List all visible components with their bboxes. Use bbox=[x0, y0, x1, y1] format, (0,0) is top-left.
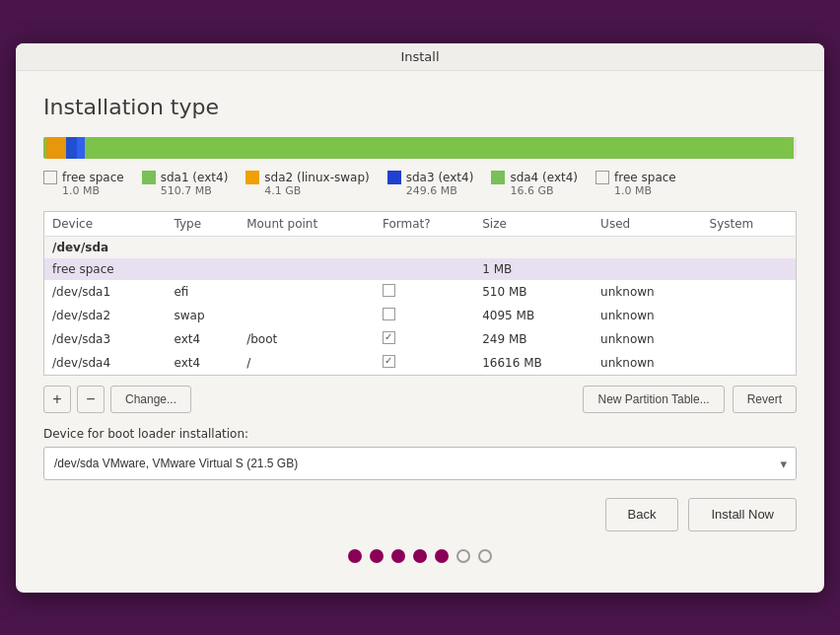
progress-dot bbox=[348, 549, 362, 563]
col-size: Size bbox=[474, 211, 593, 236]
remove-partition-button[interactable]: − bbox=[77, 386, 105, 413]
table-row[interactable]: /dev/sda2swap4095 MBunknown bbox=[44, 304, 797, 327]
action-bar: + − Change... New Partition Table... Rev… bbox=[43, 386, 797, 413]
install-now-button[interactable]: Install Now bbox=[688, 498, 797, 531]
partition-table: Device Type Mount point Format? Size Use… bbox=[43, 211, 797, 376]
legend-item: sda4 (ext4)16.6 GB bbox=[491, 171, 578, 197]
progress-dot bbox=[456, 549, 470, 563]
bootloader-label: Device for boot loader installation: bbox=[43, 427, 797, 441]
col-type: Type bbox=[166, 211, 239, 236]
legend-item: sda3 (ext4)249.6 MB bbox=[387, 171, 474, 197]
install-window: Install Installation type free space1.0 … bbox=[16, 43, 824, 593]
format-checkbox[interactable] bbox=[383, 355, 395, 368]
legend-label-text: sda4 (ext4) bbox=[510, 171, 578, 184]
legend-color-box bbox=[142, 171, 156, 184]
revert-button[interactable]: Revert bbox=[733, 386, 797, 413]
legend-size-text: 249.6 MB bbox=[406, 184, 457, 197]
legend-color-box bbox=[387, 171, 401, 184]
table-header-row: Device Type Mount point Format? Size Use… bbox=[44, 211, 797, 236]
legend-size-text: 1.0 MB bbox=[62, 184, 100, 197]
legend-label-text: free space bbox=[614, 171, 676, 184]
legend-item: sda2 (linux-swap)4.1 GB bbox=[245, 171, 369, 197]
table-row[interactable]: /dev/sda3ext4/boot249 MBunknown bbox=[44, 327, 797, 351]
legend-label-text: sda2 (linux-swap) bbox=[264, 171, 369, 184]
progress-dot bbox=[370, 549, 384, 563]
progress-dots bbox=[43, 549, 797, 563]
progress-dot bbox=[478, 549, 492, 563]
partition-bar bbox=[43, 137, 797, 159]
legend-color-box bbox=[491, 171, 505, 184]
add-partition-button[interactable]: + bbox=[43, 386, 71, 413]
back-button[interactable]: Back bbox=[605, 498, 679, 531]
legend-label-text: sda3 (ext4) bbox=[406, 171, 474, 184]
format-checkbox[interactable] bbox=[383, 308, 395, 320]
format-checkbox[interactable] bbox=[383, 284, 395, 297]
table-row[interactable]: /dev/sda1efi510 MBunknown bbox=[44, 280, 797, 304]
legend-color-box bbox=[43, 171, 57, 184]
col-device: Device bbox=[44, 211, 167, 236]
col-mountpoint: Mount point bbox=[239, 211, 375, 236]
table-row[interactable]: /dev/sda4ext4/16616 MBunknown bbox=[44, 351, 797, 376]
change-partition-button[interactable]: Change... bbox=[110, 386, 191, 413]
format-checkbox[interactable] bbox=[383, 331, 395, 344]
legend-label-text: sda1 (ext4) bbox=[161, 171, 229, 184]
table-row[interactable]: /dev/sda bbox=[44, 236, 797, 258]
legend-size-text: 1.0 MB bbox=[614, 184, 652, 197]
progress-dot bbox=[435, 549, 449, 563]
col-used: Used bbox=[593, 211, 701, 236]
legend-color-box bbox=[245, 171, 259, 184]
legend-size-text: 510.7 MB bbox=[161, 184, 212, 197]
bootloader-select[interactable]: /dev/sda VMware, VMware Virtual S (21.5 … bbox=[43, 447, 797, 480]
partition-legend: free space1.0 MBsda1 (ext4)510.7 MBsda2 … bbox=[43, 171, 797, 197]
progress-dot bbox=[413, 549, 427, 563]
titlebar: Install bbox=[16, 43, 824, 71]
right-action-buttons: New Partition Table... Revert bbox=[583, 386, 797, 413]
legend-color-box bbox=[595, 171, 609, 184]
page-heading: Installation type bbox=[43, 95, 797, 119]
bottom-buttons: Back Install Now bbox=[43, 498, 797, 531]
new-partition-table-button[interactable]: New Partition Table... bbox=[583, 386, 724, 413]
col-system: System bbox=[702, 211, 797, 236]
col-format: Format? bbox=[375, 211, 474, 236]
legend-item: free space1.0 MB bbox=[595, 171, 676, 197]
legend-size-text: 16.6 GB bbox=[510, 184, 553, 197]
table-row[interactable]: free space1 MB bbox=[44, 258, 797, 280]
legend-label-text: free space bbox=[62, 171, 124, 184]
progress-dot bbox=[391, 549, 405, 563]
window-title: Install bbox=[400, 49, 439, 64]
legend-size-text: 4.1 GB bbox=[264, 184, 301, 197]
legend-item: sda1 (ext4)510.7 MB bbox=[142, 171, 229, 197]
bootloader-wrapper: /dev/sda VMware, VMware Virtual S (21.5 … bbox=[43, 447, 797, 480]
legend-item: free space1.0 MB bbox=[43, 171, 124, 197]
